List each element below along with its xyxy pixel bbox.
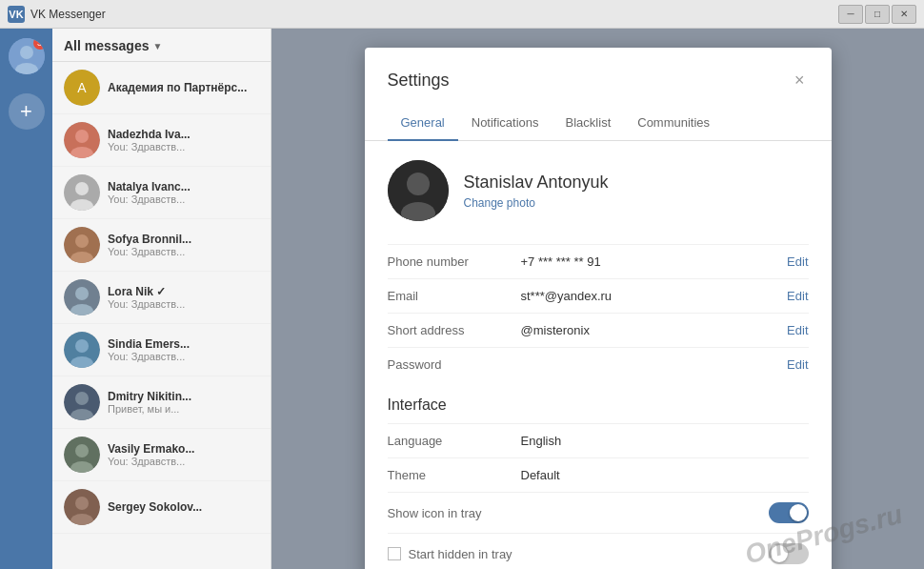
avatar <box>64 122 100 158</box>
messages-title: All messages <box>64 38 150 53</box>
avatar <box>64 384 100 420</box>
window-controls: ─ □ ✕ <box>838 5 916 24</box>
modal-title: Settings <box>388 71 450 91</box>
close-button[interactable]: ✕ <box>892 5 916 24</box>
contact-name: Vasily Ermako... <box>108 442 259 456</box>
tab-blacklist[interactable]: Blacklist <box>552 106 625 141</box>
avatar <box>64 332 100 368</box>
list-item[interactable]: А Академия по Партнёрс... <box>52 62 271 114</box>
settings-modal: Settings × General Notifications Blackli… <box>365 48 832 569</box>
list-item[interactable]: Sofya Bronnil... You: Здравств... <box>52 219 271 272</box>
message-preview: Привет, мы и... <box>108 403 259 415</box>
password-edit-button[interactable]: Edit <box>787 357 808 372</box>
list-item[interactable]: Lora Nik ✓ You: Здравств... <box>52 272 271 324</box>
short-address-row: Short address @misteronix Edit <box>388 313 809 347</box>
interface-heading: Interface <box>388 396 809 414</box>
profile-name: Stanislav Antonyuk <box>464 173 609 193</box>
phone-label: Phone number <box>388 254 521 269</box>
profile-section: Stanislav Antonyuk Change photo <box>388 160 809 221</box>
password-row: Password Edit <box>388 347 809 381</box>
avatar <box>64 279 100 315</box>
profile-avatar[interactable] <box>388 160 449 221</box>
email-row: Email st***@yandex.ru Edit <box>388 278 809 313</box>
messages-header: All messages ▼ <box>52 29 271 62</box>
titlebar: VK VK Messenger ─ □ ✕ <box>0 0 924 29</box>
message-preview: You: Здравств... <box>108 456 259 467</box>
modal-close-button[interactable]: × <box>791 67 809 94</box>
list-item[interactable]: Vasily Ermako... You: Здравств... <box>52 429 271 481</box>
svg-point-21 <box>75 392 89 405</box>
short-address-edit-button[interactable]: Edit <box>787 323 808 337</box>
avatar <box>64 174 100 211</box>
tray-icon-row: Show icon in tray <box>388 492 809 533</box>
theme-row: Theme Default <box>388 457 809 492</box>
tray-icon-label: Show icon in tray <box>388 506 521 520</box>
message-preview: You: Здравств... <box>108 246 259 257</box>
profile-info: Stanislav Antonyuk Change photo <box>464 173 609 210</box>
svg-point-24 <box>75 444 89 457</box>
tab-general[interactable]: General <box>388 106 458 141</box>
contact-name: Nadezhda Iva... <box>108 128 259 141</box>
phone-edit-button[interactable]: Edit <box>787 254 808 269</box>
add-conversation-button[interactable]: + <box>9 93 45 130</box>
list-item[interactable]: Sindia Emers... You: Здравств... <box>52 324 271 376</box>
svg-point-1 <box>20 46 33 59</box>
password-label: Password <box>388 357 521 372</box>
avatar: А <box>64 70 100 106</box>
toggle-knob <box>790 504 807 521</box>
maximize-button[interactable]: □ <box>865 5 890 24</box>
message-preview: You: Здравств... <box>108 193 259 205</box>
list-item[interactable]: Sergey Sokolov... <box>52 481 271 534</box>
phone-value: +7 *** *** ** 91 <box>521 254 788 269</box>
email-value: st***@yandex.ru <box>521 289 788 303</box>
contact-name: Академия по Партнёрс... <box>108 81 259 94</box>
start-hidden-toggle[interactable] <box>769 543 809 564</box>
email-label: Email <box>388 289 521 303</box>
list-item[interactable]: Natalya Ivanc... You: Здравств... <box>52 167 271 219</box>
short-address-value: @misteronix <box>521 323 788 337</box>
contact-name: Sindia Emers... <box>108 337 259 351</box>
list-item[interactable]: Nadezhda Iva... You: Здравств... <box>52 114 271 167</box>
modal-header: Settings × <box>365 48 832 94</box>
contact-name: Lora Nik ✓ <box>108 285 259 298</box>
sidebar-icons: 3 + <box>0 29 52 569</box>
avatar <box>64 227 100 263</box>
svg-point-15 <box>75 287 89 300</box>
short-address-label: Short address <box>388 323 521 337</box>
modal-tabs: General Notifications Blacklist Communit… <box>365 106 832 141</box>
email-edit-button[interactable]: Edit <box>787 289 808 303</box>
svg-point-30 <box>407 173 430 195</box>
chat-area: Settings × General Notifications Blackli… <box>271 29 924 569</box>
contact-name: Sofya Bronnil... <box>108 233 259 246</box>
svg-point-18 <box>75 339 89 353</box>
start-hidden-checkbox[interactable] <box>388 547 401 560</box>
message-preview: You: Здравств... <box>108 351 259 362</box>
app-title: VK Messenger <box>30 8 838 21</box>
start-hidden-row: Start hidden in tray <box>388 533 809 569</box>
app-icon: VK <box>8 6 25 23</box>
my-avatar[interactable]: 3 <box>9 38 45 74</box>
minimize-button[interactable]: ─ <box>838 5 863 24</box>
main-layout: 3 + All messages ▼ А Академия по Партнёр… <box>0 29 924 569</box>
avatar <box>64 437 100 473</box>
tab-notifications[interactable]: Notifications <box>458 106 552 141</box>
contact-name: Sergey Sokolov... <box>108 500 259 514</box>
theme-value: Default <box>521 468 809 482</box>
avatar <box>64 489 100 525</box>
message-preview: You: Здравств... <box>108 141 259 152</box>
modal-body: Stanislav Antonyuk Change photo Phone nu… <box>365 141 832 569</box>
tray-icon-toggle[interactable] <box>769 502 809 523</box>
contact-name: Dmitry Nikitin... <box>108 390 259 403</box>
dropdown-arrow-icon[interactable]: ▼ <box>153 41 163 51</box>
start-hidden-label: Start hidden in tray <box>409 547 512 561</box>
language-value: English <box>521 434 809 448</box>
messages-list: All messages ▼ А Академия по Партнёрс...… <box>52 29 271 569</box>
change-photo-button[interactable]: Change photo <box>464 196 609 210</box>
svg-point-6 <box>75 130 89 143</box>
svg-point-9 <box>75 182 89 195</box>
tab-communities[interactable]: Communities <box>624 106 723 141</box>
contact-name: Natalya Ivanc... <box>108 180 259 193</box>
toggle-knob-2 <box>771 545 788 562</box>
svg-text:А: А <box>77 80 87 95</box>
list-item[interactable]: Dmitry Nikitin... Привет, мы и... <box>52 376 271 429</box>
